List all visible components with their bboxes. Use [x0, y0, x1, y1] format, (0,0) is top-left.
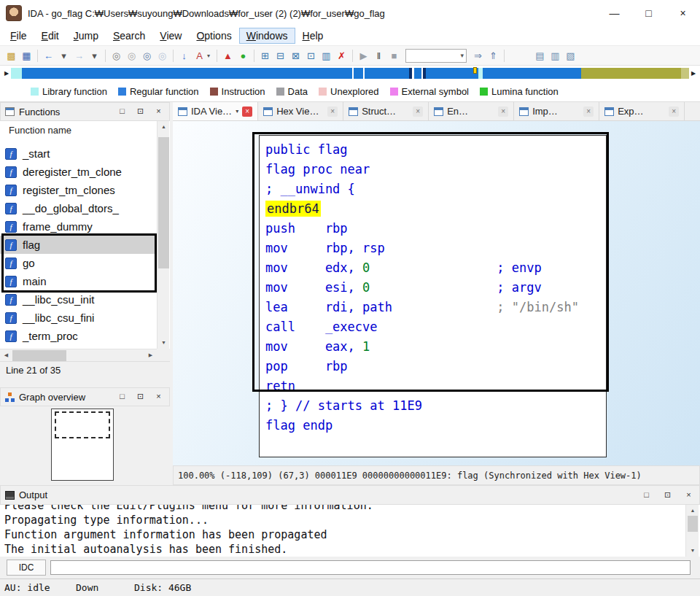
functions-vertical-scrollbar[interactable]: ▲ ▼	[157, 121, 169, 349]
disassembly-line[interactable]: mov rbp, rsp	[265, 239, 606, 258]
output-lines[interactable]: Please check the Edit/Plugins menu for m…	[0, 505, 685, 557]
navband[interactable]	[11, 68, 689, 79]
menu-item-windows[interactable]: Windows	[239, 28, 295, 44]
menu-item-view[interactable]: View	[152, 28, 189, 44]
save-database-icon[interactable]: ▦	[19, 48, 34, 63]
problems-list-icon[interactable]: ▲	[220, 48, 236, 63]
disassembly-line[interactable]: mov esi, 0 ; argv	[265, 278, 606, 298]
function-list-item[interactable]: fmain	[0, 272, 157, 290]
function-list-item[interactable]: f_term_proc	[0, 327, 157, 345]
function-list-item[interactable]: fframe_dummy	[0, 217, 157, 236]
idc-button[interactable]: IDC	[7, 560, 46, 576]
scroll-up-icon[interactable]: ▲	[686, 505, 699, 516]
output-vertical-scrollbar[interactable]: ▲ ▼	[685, 505, 699, 557]
jump-to-address-icon[interactable]: ↓	[176, 48, 192, 63]
tab-hex-view[interactable]: Hex Vie…×	[258, 102, 343, 120]
function-list-item[interactable]: f__libc_csu_fini	[0, 309, 157, 327]
disassembly-line[interactable]: retn	[265, 376, 606, 396]
disassembly-line[interactable]: pop rbp	[265, 357, 606, 376]
maximize-button[interactable]: □	[631, 0, 666, 26]
step-into-icon[interactable]: ⇒	[470, 48, 486, 63]
functions-horizontal-scrollbar[interactable]: ◀ ▶	[0, 349, 157, 361]
pause-process-icon[interactable]: ‖	[371, 48, 386, 63]
debugger-selector[interactable]: ▾	[405, 49, 467, 63]
jump-back-icon[interactable]: ←	[41, 48, 56, 63]
lumina-icon[interactable]: ●	[236, 48, 251, 63]
open-chart-icon[interactable]: ⊟	[273, 48, 288, 63]
function-list-item[interactable]: fgo	[0, 254, 157, 272]
functions-close-icon[interactable]: ×	[152, 106, 165, 117]
functions-restore-icon[interactable]: □	[116, 106, 128, 117]
disassembly-line[interactable]: endbr64	[265, 199, 606, 219]
panel-splitter[interactable]	[0, 379, 170, 387]
tab-close-icon[interactable]: ×	[498, 107, 508, 117]
tab-close-icon[interactable]: ×	[413, 107, 423, 117]
navband-scroll-right-icon[interactable]: ▶	[689, 70, 698, 77]
tab-exports[interactable]: Exp…×	[599, 102, 685, 120]
jump-forward-icon[interactable]: →	[71, 48, 87, 63]
tile-windows-icon[interactable]: ▥	[548, 48, 563, 63]
disassembly-line[interactable]: public flag	[265, 140, 606, 160]
disassembly-line[interactable]: mov edx, 0 ; envp	[265, 258, 606, 278]
function-list-item[interactable]: f_start	[0, 144, 157, 163]
navband-scroll-left-icon[interactable]: ▶	[2, 70, 11, 77]
stop-process-icon[interactable]: ■	[386, 48, 402, 63]
menu-item-edit[interactable]: Edit	[34, 28, 66, 44]
jump-forward-dropdown-icon[interactable]: ▾	[87, 48, 102, 63]
cascade-windows-icon[interactable]: ▧	[563, 48, 578, 63]
function-list-item[interactable]: fregister_tm_clones	[0, 181, 157, 199]
menu-item-options[interactable]: Options	[189, 28, 238, 44]
idc-input[interactable]	[50, 560, 691, 575]
graph-overview-viewport[interactable]	[55, 411, 110, 438]
function-calls-icon[interactable]: ⊠	[288, 48, 303, 63]
function-list-item[interactable]: fderegister_tm_clone	[0, 163, 157, 181]
menu-item-jump[interactable]: Jump	[66, 28, 106, 44]
metrics-icon[interactable]: ▥	[319, 48, 334, 63]
scroll-right-icon[interactable]: ▶	[144, 349, 157, 361]
scroll-up-icon[interactable]: ▲	[158, 121, 170, 133]
run-until-return-icon[interactable]: ⇑	[486, 48, 501, 63]
disassembly-line[interactable]: flag proc near	[265, 160, 606, 179]
tab-imports[interactable]: Imp…×	[514, 102, 599, 120]
windows-list-icon[interactable]: ▤	[532, 48, 548, 63]
graph-overview-restore-icon[interactable]: □	[116, 391, 128, 403]
search-bytes-icon[interactable]: ◎	[139, 48, 155, 63]
create-struct-icon[interactable]: ⊞	[257, 48, 273, 63]
start-process-icon[interactable]: ▶	[356, 48, 371, 63]
jump-back-dropdown-icon[interactable]: ▾	[56, 48, 71, 63]
scrollbar-thumb[interactable]	[158, 137, 169, 268]
menu-item-help[interactable]: Help	[295, 28, 331, 44]
menu-item-search[interactable]: Search	[106, 28, 152, 44]
disassembly-line[interactable]: lea rdi, path ; "/bin/sh"	[265, 298, 606, 317]
search-text-icon[interactable]: ◎	[109, 48, 124, 63]
menu-item-file[interactable]: File	[3, 28, 34, 44]
cancel-analysis-icon[interactable]: ✗	[334, 48, 349, 63]
minimize-button[interactable]: —	[597, 0, 631, 26]
tab-ida-view[interactable]: IDA Vie…▾×	[173, 102, 258, 120]
tab-close-icon[interactable]: ×	[669, 107, 679, 117]
output-float-icon[interactable]: ⊡	[661, 489, 674, 501]
tab-close-icon[interactable]: ×	[327, 107, 338, 117]
scroll-down-icon[interactable]: ▼	[686, 545, 699, 557]
close-button[interactable]: ×	[666, 0, 700, 26]
disassembly-line[interactable]: ; __unwind {	[265, 179, 606, 199]
scroll-left-icon[interactable]: ◀	[0, 349, 12, 361]
disassembly-line[interactable]: mov eax, 1	[265, 337, 606, 357]
scrollbar-thumb[interactable]	[688, 516, 698, 532]
graph-overview-float-icon[interactable]: ⊡	[134, 391, 147, 403]
function-list-item[interactable]: f__do_global_dtors_	[0, 199, 157, 217]
tab-close-icon[interactable]: ×	[583, 107, 594, 117]
search-text-next-icon[interactable]: ◎	[124, 48, 139, 63]
scroll-down-icon[interactable]: ▼	[158, 337, 170, 349]
graph-overview-close-icon[interactable]: ×	[152, 391, 165, 403]
disassembly-line[interactable]: flag endp	[265, 416, 606, 436]
disassembly-line[interactable]: push rbp	[265, 219, 606, 239]
function-list-item[interactable]: f__libc_csu_init	[0, 290, 157, 309]
output-close-icon[interactable]: ×	[682, 489, 695, 501]
functions-float-icon[interactable]: ⊡	[134, 106, 147, 117]
tab-enums[interactable]: En…×	[429, 102, 514, 120]
flow-chart-icon[interactable]: ⊡	[303, 48, 319, 63]
new-file-icon[interactable]: ▩	[4, 48, 19, 63]
tab-close-icon[interactable]: ×	[242, 107, 252, 117]
disassembly-line[interactable]: ; } // starts at 11E9	[265, 396, 606, 416]
